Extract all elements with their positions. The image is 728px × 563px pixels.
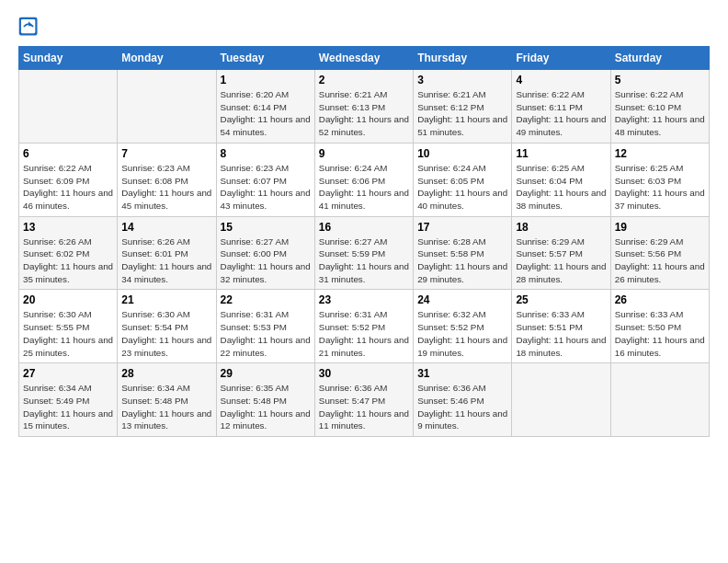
day-number: 24 <box>417 293 507 306</box>
day-cell: 16Sunrise: 6:27 AM Sunset: 5:59 PM Dayli… <box>314 216 413 290</box>
calendar-body: 1Sunrise: 6:20 AM Sunset: 6:14 PM Daylig… <box>19 70 710 437</box>
day-info: Sunrise: 6:29 AM Sunset: 5:57 PM Dayligh… <box>516 236 606 286</box>
day-cell <box>610 363 709 437</box>
day-info: Sunrise: 6:26 AM Sunset: 6:02 PM Dayligh… <box>23 236 113 286</box>
day-cell: 26Sunrise: 6:33 AM Sunset: 5:50 PM Dayli… <box>610 290 709 363</box>
day-info: Sunrise: 6:23 AM Sunset: 6:07 PM Dayligh… <box>221 162 311 213</box>
day-cell: 3Sunrise: 6:21 AM Sunset: 6:12 PM Daylig… <box>414 70 512 144</box>
day-number: 3 <box>417 74 507 86</box>
day-number: 6 <box>23 147 113 160</box>
header-cell-monday: Monday <box>118 47 216 70</box>
day-number: 5 <box>615 74 705 86</box>
day-info: Sunrise: 6:30 AM Sunset: 5:55 PM Dayligh… <box>23 308 113 359</box>
day-number: 2 <box>319 74 409 86</box>
day-info: Sunrise: 6:35 AM Sunset: 5:48 PM Dayligh… <box>221 382 311 432</box>
day-number: 25 <box>516 293 606 306</box>
day-info: Sunrise: 6:25 AM Sunset: 6:04 PM Dayligh… <box>516 162 606 213</box>
day-info: Sunrise: 6:31 AM Sunset: 5:53 PM Dayligh… <box>221 308 311 359</box>
day-info: Sunrise: 6:23 AM Sunset: 6:08 PM Dayligh… <box>121 162 211 213</box>
day-info: Sunrise: 6:25 AM Sunset: 6:03 PM Dayligh… <box>615 162 705 213</box>
day-number: 31 <box>417 367 507 380</box>
week-row-5: 27Sunrise: 6:34 AM Sunset: 5:49 PM Dayli… <box>19 363 710 437</box>
header-row: SundayMondayTuesdayWednesdayThursdayFrid… <box>19 47 710 70</box>
day-number: 11 <box>516 147 606 160</box>
day-cell: 6Sunrise: 6:22 AM Sunset: 6:09 PM Daylig… <box>19 143 118 216</box>
day-cell: 30Sunrise: 6:36 AM Sunset: 5:47 PM Dayli… <box>314 363 413 437</box>
day-number: 28 <box>121 367 211 380</box>
header-cell-sunday: Sunday <box>19 47 118 70</box>
day-cell <box>512 363 610 437</box>
day-cell <box>19 70 118 144</box>
calendar-header: SundayMondayTuesdayWednesdayThursdayFrid… <box>19 47 710 70</box>
day-number: 15 <box>221 221 311 234</box>
day-cell: 2Sunrise: 6:21 AM Sunset: 6:13 PM Daylig… <box>314 70 413 144</box>
day-number: 14 <box>121 221 211 234</box>
day-cell <box>118 70 216 144</box>
week-row-2: 6Sunrise: 6:22 AM Sunset: 6:09 PM Daylig… <box>19 143 710 216</box>
day-cell: 18Sunrise: 6:29 AM Sunset: 5:57 PM Dayli… <box>512 216 610 290</box>
day-info: Sunrise: 6:27 AM Sunset: 5:59 PM Dayligh… <box>319 236 409 286</box>
day-info: Sunrise: 6:36 AM Sunset: 5:46 PM Dayligh… <box>417 382 507 432</box>
day-cell: 8Sunrise: 6:23 AM Sunset: 6:07 PM Daylig… <box>216 143 314 216</box>
day-info: Sunrise: 6:24 AM Sunset: 6:05 PM Dayligh… <box>417 162 507 213</box>
day-number: 29 <box>221 367 311 380</box>
day-number: 19 <box>615 221 705 234</box>
day-number: 20 <box>23 293 113 306</box>
day-cell: 11Sunrise: 6:25 AM Sunset: 6:04 PM Dayli… <box>512 143 610 216</box>
day-number: 8 <box>221 147 311 160</box>
week-row-1: 1Sunrise: 6:20 AM Sunset: 6:14 PM Daylig… <box>19 70 710 144</box>
day-cell: 4Sunrise: 6:22 AM Sunset: 6:11 PM Daylig… <box>512 70 610 144</box>
day-cell: 19Sunrise: 6:29 AM Sunset: 5:56 PM Dayli… <box>610 216 709 290</box>
logo-icon <box>18 17 39 37</box>
day-cell: 25Sunrise: 6:33 AM Sunset: 5:51 PM Dayli… <box>512 290 610 363</box>
day-cell: 21Sunrise: 6:30 AM Sunset: 5:54 PM Dayli… <box>118 290 216 363</box>
day-cell: 31Sunrise: 6:36 AM Sunset: 5:46 PM Dayli… <box>414 363 512 437</box>
day-cell: 29Sunrise: 6:35 AM Sunset: 5:48 PM Dayli… <box>216 363 314 437</box>
day-cell: 13Sunrise: 6:26 AM Sunset: 6:02 PM Dayli… <box>19 216 118 290</box>
day-cell: 22Sunrise: 6:31 AM Sunset: 5:53 PM Dayli… <box>216 290 314 363</box>
day-number: 16 <box>319 221 409 234</box>
day-info: Sunrise: 6:28 AM Sunset: 5:58 PM Dayligh… <box>417 236 507 286</box>
week-row-3: 13Sunrise: 6:26 AM Sunset: 6:02 PM Dayli… <box>19 216 710 290</box>
day-info: Sunrise: 6:29 AM Sunset: 5:56 PM Dayligh… <box>615 236 705 286</box>
day-cell: 10Sunrise: 6:24 AM Sunset: 6:05 PM Dayli… <box>414 143 512 216</box>
day-number: 23 <box>319 293 409 306</box>
day-info: Sunrise: 6:20 AM Sunset: 6:14 PM Dayligh… <box>221 88 311 139</box>
day-cell: 15Sunrise: 6:27 AM Sunset: 6:00 PM Dayli… <box>216 216 314 290</box>
day-number: 1 <box>221 74 311 86</box>
day-number: 21 <box>121 293 211 306</box>
day-cell: 23Sunrise: 6:31 AM Sunset: 5:52 PM Dayli… <box>314 290 413 363</box>
day-cell: 20Sunrise: 6:30 AM Sunset: 5:55 PM Dayli… <box>19 290 118 363</box>
day-number: 22 <box>221 293 311 306</box>
day-cell: 28Sunrise: 6:34 AM Sunset: 5:48 PM Dayli… <box>118 363 216 437</box>
day-info: Sunrise: 6:22 AM Sunset: 6:11 PM Dayligh… <box>516 88 606 139</box>
day-info: Sunrise: 6:21 AM Sunset: 6:12 PM Dayligh… <box>417 88 507 139</box>
day-info: Sunrise: 6:33 AM Sunset: 5:50 PM Dayligh… <box>615 308 705 359</box>
day-info: Sunrise: 6:30 AM Sunset: 5:54 PM Dayligh… <box>121 308 211 359</box>
page: SundayMondayTuesdayWednesdayThursdayFrid… <box>0 0 728 563</box>
day-info: Sunrise: 6:32 AM Sunset: 5:52 PM Dayligh… <box>417 308 507 359</box>
week-row-4: 20Sunrise: 6:30 AM Sunset: 5:55 PM Dayli… <box>19 290 710 363</box>
day-info: Sunrise: 6:36 AM Sunset: 5:47 PM Dayligh… <box>319 382 409 432</box>
day-number: 27 <box>23 367 113 380</box>
day-number: 26 <box>615 293 705 306</box>
day-info: Sunrise: 6:34 AM Sunset: 5:49 PM Dayligh… <box>23 382 113 432</box>
day-number: 7 <box>121 147 211 160</box>
logo <box>18 15 40 37</box>
header-cell-saturday: Saturday <box>610 47 709 70</box>
day-info: Sunrise: 6:31 AM Sunset: 5:52 PM Dayligh… <box>319 308 409 359</box>
day-cell: 5Sunrise: 6:22 AM Sunset: 6:10 PM Daylig… <box>610 70 709 144</box>
day-number: 10 <box>417 147 507 160</box>
day-number: 18 <box>516 221 606 234</box>
day-info: Sunrise: 6:26 AM Sunset: 6:01 PM Dayligh… <box>121 236 211 286</box>
header-cell-tuesday: Tuesday <box>216 47 314 70</box>
day-cell: 14Sunrise: 6:26 AM Sunset: 6:01 PM Dayli… <box>118 216 216 290</box>
day-info: Sunrise: 6:33 AM Sunset: 5:51 PM Dayligh… <box>516 308 606 359</box>
day-cell: 17Sunrise: 6:28 AM Sunset: 5:58 PM Dayli… <box>414 216 512 290</box>
header-cell-wednesday: Wednesday <box>314 47 413 70</box>
day-cell: 1Sunrise: 6:20 AM Sunset: 6:14 PM Daylig… <box>216 70 314 144</box>
day-number: 13 <box>23 221 113 234</box>
day-info: Sunrise: 6:27 AM Sunset: 6:00 PM Dayligh… <box>221 236 311 286</box>
header <box>18 15 710 37</box>
day-cell: 27Sunrise: 6:34 AM Sunset: 5:49 PM Dayli… <box>19 363 118 437</box>
